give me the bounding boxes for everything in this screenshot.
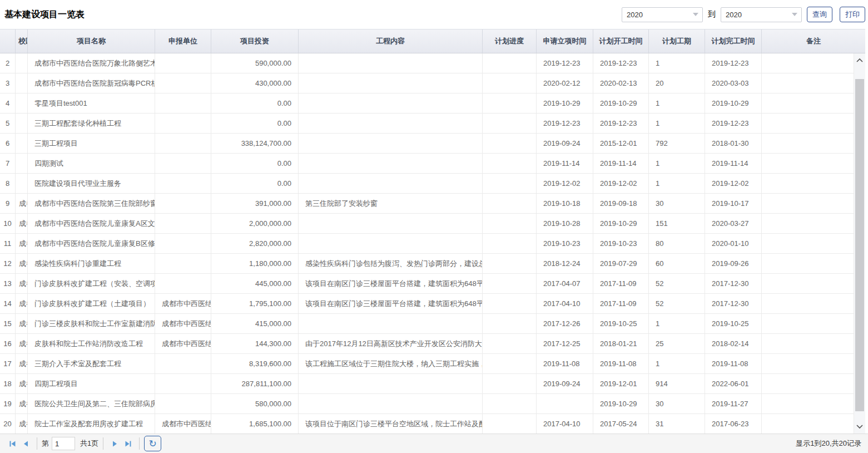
cell-start-date: 2015-12-01 <box>593 134 649 153</box>
table-row[interactable]: 5三期工程配套绿化种植工程0.002019-12-232019-12-23120… <box>0 114 854 134</box>
scrollbar-thumb[interactable] <box>855 79 864 411</box>
year-to-select[interactable]: 2020 <box>721 7 802 22</box>
cell-name: 三期介入手术室及配套工程 <box>28 354 155 373</box>
table-row[interactable]: 10成都成都市中西医结合医院儿童康复A区文化建设2,000,000.002019… <box>0 214 854 234</box>
cell-name: 三期工程项目 <box>28 134 155 153</box>
scroll-up-icon[interactable] <box>854 55 865 66</box>
header-content: 工程内容 <box>299 29 483 53</box>
cell-duration: 1 <box>649 114 705 133</box>
divider <box>37 437 37 450</box>
cell-duration: 80 <box>649 234 705 253</box>
scroll-down-icon[interactable] <box>854 421 865 432</box>
cell-duration: 60 <box>649 254 705 273</box>
table-row[interactable]: 8医院建设项目代理业主服务0.002019-12-022019-12-02120… <box>0 174 854 194</box>
cell-apply-date: 2017-12-25 <box>537 334 593 353</box>
cell-content <box>299 234 483 253</box>
table-row[interactable]: 2成都市中西医结合医院万象北路侧艺术造型590,000.002019-12-23… <box>0 53 854 73</box>
cell-rownum: 15 <box>0 314 16 333</box>
cell-name: 四期工程项目 <box>28 374 155 393</box>
cell-start-date: 2019-09-18 <box>593 194 649 213</box>
cell-remark <box>762 394 854 413</box>
cell-remark <box>762 114 854 133</box>
table-row[interactable]: 9成都成都市中西医结合医院第三住院部纱窗安装391,000.00第三住院部了安装… <box>0 194 854 214</box>
cell-apply-date: 2019-11-14 <box>537 154 593 173</box>
last-page-button[interactable] <box>121 437 135 450</box>
cell-name: 成都市中西医结合医院新冠病毒PCR核酸检测 <box>28 73 155 93</box>
table-row[interactable]: 4零星项目test0010.002019-10-292019-10-291201… <box>0 93 854 114</box>
cell-rownum: 19 <box>0 394 16 413</box>
table-row[interactable]: 6三期工程项目338,124,700.002019-09-242015-12-0… <box>0 134 854 154</box>
cell-name: 成都市中西医结合医院第三住院部纱窗安装 <box>28 194 155 213</box>
cell-investment: 1,685,100.00 <box>211 414 299 434</box>
cell-rownum: 13 <box>0 274 16 293</box>
cell-investment: 580,000.00 <box>211 394 299 413</box>
cell-start-date: 2018-01-21 <box>593 334 649 353</box>
cell-campus: 成都 <box>16 334 28 353</box>
cell-name: 门诊皮肤科改扩建工程（安装、空调项目） <box>28 274 155 293</box>
cell-duration: 1 <box>649 93 705 113</box>
cell-remark <box>762 174 854 193</box>
cell-progress <box>483 294 537 313</box>
cell-duration: 52 <box>649 294 705 313</box>
table-row[interactable]: 3成都市中西医结合医院新冠病毒PCR核酸检测430,000.002020-02-… <box>0 73 854 93</box>
chevron-down-icon <box>693 13 698 16</box>
table-row[interactable]: 7四期测试0.002019-11-142019-11-1412019-11-14 <box>0 154 854 174</box>
cell-progress <box>483 394 537 413</box>
cell-duration: 1 <box>649 53 705 73</box>
page-number-input[interactable] <box>52 437 75 450</box>
cell-apply-date: 2017-04-10 <box>537 294 593 313</box>
cell-finish-date: 2017-06-23 <box>705 414 762 434</box>
table-row[interactable]: 11成都成都市中西医结合医院儿童康复B区修缮工程2,820,000.002019… <box>0 234 854 254</box>
cell-content: 该工程施工区域位于三期住院大楼，纳入三期工程实施，施工 <box>299 354 483 373</box>
cell-campus <box>16 174 28 193</box>
cell-duration: 20 <box>649 73 705 93</box>
table-row[interactable]: 19成都医院公共卫生间及第二、三住院部病房工程580,000.002019-10… <box>0 394 854 414</box>
cell-unit <box>155 374 211 393</box>
cell-investment: 391,000.00 <box>211 194 299 213</box>
cell-campus: 成都 <box>16 354 28 373</box>
cell-remark <box>762 354 854 373</box>
cell-duration: 1 <box>649 174 705 193</box>
cell-content: 感染性疾病科门诊包括为腹泻、发热门诊两部分，建设总面积 <box>299 254 483 273</box>
table-row[interactable]: 13成都门诊皮肤科改扩建工程（安装、空调项目）445,000.00该项目在南区门… <box>0 274 854 294</box>
print-button[interactable]: 打印 <box>840 7 865 22</box>
header-progress: 计划进度 <box>483 29 537 53</box>
header-project-name: 项目名称 <box>28 29 155 53</box>
cell-unit: 成都市中西医结合医院 <box>155 414 211 434</box>
cell-progress <box>483 334 537 353</box>
next-page-button[interactable] <box>108 437 121 450</box>
cell-unit <box>155 93 211 113</box>
cell-rownum: 6 <box>0 134 16 153</box>
cell-remark <box>762 154 854 173</box>
cell-start-date: 2017-11-09 <box>593 274 649 293</box>
cell-progress <box>483 93 537 113</box>
cell-finish-date: 2020-01-10 <box>705 234 762 253</box>
first-page-button[interactable] <box>6 437 19 450</box>
prev-page-button[interactable] <box>19 437 32 450</box>
top-bar: 基本建设项目一览表 2020 到 2020 查询 打印 <box>0 0 868 29</box>
table-row[interactable]: 16成都皮肤科和院士工作站消防改造工程成都市中西医结合医院144,300.00由… <box>0 334 854 354</box>
cell-remark <box>762 194 854 213</box>
cell-campus <box>16 114 28 133</box>
year-from-select[interactable]: 2020 <box>622 7 703 22</box>
cell-apply-date: 2019-10-29 <box>537 93 593 113</box>
cell-apply-date: 2017-04-10 <box>537 414 593 434</box>
table-row[interactable]: 17成都三期介入手术室及配套工程8,319,600.00该工程施工区域位于三期住… <box>0 354 854 374</box>
cell-duration: 792 <box>649 134 705 153</box>
query-button[interactable]: 查询 <box>807 7 832 22</box>
cell-duration: 30 <box>649 194 705 213</box>
cell-start-date: 2019-12-23 <box>593 53 649 73</box>
table-row[interactable]: 15成都门诊三楼皮肤科和院士工作室新建消防喷淋成都市中西医结合医院415,000… <box>0 314 854 334</box>
table-row[interactable]: 12成都感染性疾病科门诊重建工程1,180,000.00感染性疾病科门诊包括为腹… <box>0 254 854 274</box>
table-row[interactable]: 20成都院士工作室及配套用房改扩建工程成都市中西医结合医院1,685,100.0… <box>0 414 854 434</box>
cell-unit <box>155 134 211 153</box>
table-row[interactable]: 18成都四期工程项目287,811,100.002019-09-242019-1… <box>0 374 854 394</box>
cell-content <box>299 314 483 333</box>
header-apply-date: 申请立项时间 <box>537 29 593 53</box>
vertical-scrollbar[interactable] <box>854 53 865 434</box>
table-row[interactable]: 14成都门诊皮肤科改扩建工程（土建项目）成都市中西医结合医院1,795,100.… <box>0 294 854 314</box>
cell-apply-date: 2019-12-02 <box>537 174 593 193</box>
cell-campus: 成都 <box>16 234 28 253</box>
cell-start-date: 2019-12-01 <box>593 374 649 393</box>
refresh-button[interactable]: ↻ <box>144 436 161 451</box>
